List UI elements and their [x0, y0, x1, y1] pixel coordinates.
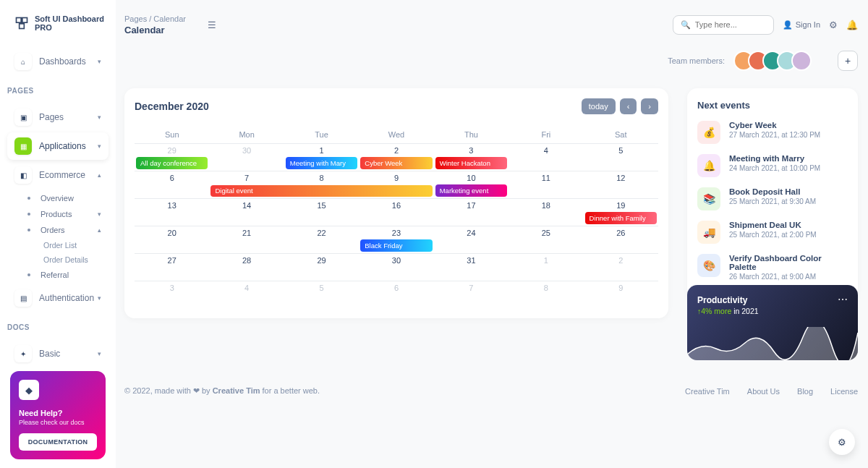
calendar-cell[interactable]: 2Cyber Week — [359, 143, 433, 171]
settings-fab[interactable]: ⚙ — [829, 429, 855, 455]
event-date: 24 March 2021, at 10:00 PM — [729, 164, 848, 172]
chevron-down-icon: ▾ — [98, 294, 101, 302]
calendar-cell[interactable]: 9 — [584, 281, 658, 308]
footer-link[interactable]: Blog — [797, 387, 813, 396]
calendar-cell[interactable]: 11 — [509, 171, 583, 198]
calendar-event[interactable]: Winter Hackaton — [435, 157, 507, 169]
calendar-cell[interactable]: 6 — [135, 171, 209, 198]
event-row[interactable]: 💰 Cyber Week 27 March 2021, at 12:30 PM — [697, 121, 848, 144]
calendar-cell[interactable]: 16 — [359, 198, 433, 226]
next-button[interactable]: › — [641, 98, 658, 114]
calendar-daynum: 1 — [289, 146, 354, 155]
event-date: 25 March 2021, at 9:30 AM — [729, 197, 848, 205]
calendar-cell[interactable]: 2 — [584, 253, 658, 281]
calendar-cell[interactable]: 22 — [284, 226, 359, 253]
calendar-dow: Fri — [509, 126, 583, 143]
calendar-cell[interactable]: 18 — [509, 198, 583, 226]
calendar-cell[interactable]: 28 — [209, 253, 284, 281]
calendar-event[interactable]: Dinner with Family — [585, 212, 657, 224]
today-button[interactable]: today — [582, 98, 616, 114]
sidebar-item-pages[interactable]: ▣ Pages ▾ — [7, 103, 109, 131]
calendar-cell[interactable]: 5 — [584, 143, 658, 171]
notifications-icon[interactable]: 🔔 — [846, 20, 858, 30]
footer-author-link[interactable]: Creative Tim — [213, 386, 260, 395]
calendar-cell[interactable]: 30 — [359, 253, 433, 281]
sidebar-item-ecommerce[interactable]: ◧ Ecommerce ▴ — [7, 161, 109, 189]
more-options-icon[interactable]: ⋯ — [838, 294, 848, 305]
calendar-cell[interactable]: 4 — [209, 281, 284, 308]
calendar-event[interactable]: Meeting with Mary — [286, 157, 357, 169]
calendar-cell[interactable]: 15 — [284, 198, 359, 226]
shop-icon: ⌂ — [14, 53, 32, 70]
event-name: Book Deposit Hall — [729, 187, 848, 196]
calendar-event[interactable]: Digital event — [210, 185, 432, 197]
calendar-cell[interactable]: 29 — [284, 253, 359, 281]
search-field[interactable] — [695, 20, 766, 29]
menu-toggle-icon[interactable]: ☰ — [208, 20, 216, 30]
settings-icon[interactable]: ⚙ — [829, 20, 838, 30]
sidebar: Soft UI Dashboard PRO ⌂ Dashboards ▾ PAG… — [0, 0, 116, 468]
calendar-cell[interactable]: 20 — [135, 226, 209, 253]
sidebar-item-order-list[interactable]: Order List — [20, 238, 109, 252]
footer-link[interactable]: Creative Tim — [685, 387, 730, 396]
calendar-cell[interactable]: 13 — [135, 198, 209, 226]
event-row[interactable]: 🎨 Verify Dashboard Color Palette 26 Marc… — [697, 254, 848, 281]
calendar-cell[interactable]: 23Black Friday — [359, 226, 433, 253]
calendar-daynum: 16 — [363, 201, 429, 210]
calendar-cell[interactable]: 10Marketing event — [434, 171, 509, 198]
calendar-cell[interactable]: 1 — [509, 253, 583, 281]
calendar-cell[interactable]: 25 — [509, 226, 583, 253]
calendar-cell[interactable]: 5 — [284, 281, 359, 308]
documentation-button[interactable]: DOCUMENTATION — [19, 433, 97, 451]
calendar-cell[interactable]: 14 — [209, 198, 284, 226]
calendar-cell[interactable]: 19Dinner with Family — [584, 198, 658, 226]
event-row[interactable]: 📚 Book Deposit Hall 25 March 2021, at 9:… — [697, 187, 848, 210]
avatar[interactable] — [791, 51, 812, 71]
sidebar-item-order-details[interactable]: Order Details — [20, 252, 109, 267]
footer-link[interactable]: About Us — [747, 387, 780, 396]
calendar-event[interactable]: Marketing event — [435, 184, 507, 197]
svg-rect-0 — [17, 18, 22, 23]
calendar-cell[interactable]: 8 — [509, 281, 583, 308]
calendar-cell[interactable]: 21 — [209, 226, 284, 253]
event-icon: 🎨 — [697, 254, 720, 277]
logo[interactable]: Soft UI Dashboard PRO — [0, 9, 116, 43]
calendar-cell[interactable]: 4 — [509, 143, 583, 171]
sidebar-item-authentication[interactable]: ▤ Authentication ▾ — [7, 284, 109, 312]
productivity-card: Productivity ↑4% more in 2021 ⋯ — [687, 285, 858, 360]
chevron-up-icon: ▴ — [98, 171, 101, 179]
sign-in-link[interactable]: 👤Sign In — [783, 20, 820, 30]
calendar-cell[interactable]: 3Winter Hackaton — [434, 143, 509, 171]
sidebar-item-orders[interactable]: Orders▴ — [20, 222, 109, 238]
calendar-event[interactable]: All day conference — [136, 157, 208, 169]
sidebar-item-applications[interactable]: ▦ Applications ▾ — [7, 132, 109, 160]
prev-button[interactable]: ‹ — [620, 98, 637, 114]
calendar-cell[interactable]: 27 — [135, 253, 209, 281]
calendar-cell[interactable]: 1Meeting with Mary — [284, 143, 359, 171]
calendar-cell[interactable]: 17 — [434, 198, 509, 226]
calendar-cell[interactable]: 30 — [209, 143, 284, 171]
calendar-cell[interactable]: 31 — [434, 253, 509, 281]
add-member-button[interactable]: + — [838, 51, 858, 71]
sidebar-item-products[interactable]: Products▾ — [20, 206, 109, 222]
calendar-dow: Sat — [584, 126, 658, 143]
calendar-cell[interactable]: 7 — [434, 281, 509, 308]
calendar-event[interactable]: Black Friday — [360, 239, 432, 252]
sidebar-item-overview[interactable]: Overview — [20, 190, 109, 206]
calendar-cell[interactable]: 24 — [434, 226, 509, 253]
calendar-cell[interactable]: 3 — [135, 281, 209, 308]
calendar-cell[interactable]: 26 — [584, 226, 658, 253]
sidebar-item-dashboards[interactable]: ⌂ Dashboards ▾ — [7, 48, 109, 75]
event-row[interactable]: 🔔 Meeting with Marry 24 March 2021, at 1… — [697, 154, 848, 177]
footer-link[interactable]: License — [830, 387, 858, 396]
search-input[interactable]: 🔍 — [673, 15, 774, 35]
event-row[interactable]: 🚚 Shipment Deal UK 25 March 2021, at 2:0… — [697, 221, 848, 244]
calendar-cell[interactable]: 12 — [584, 171, 658, 198]
calendar-event[interactable]: Cyber Week — [360, 157, 432, 169]
calendar-cell[interactable]: 6 — [359, 281, 433, 308]
calendar-cell[interactable]: 29All day conference — [135, 143, 209, 171]
breadcrumb-path[interactable]: Pages / Calendar — [124, 14, 186, 23]
calendar-daynum: 17 — [438, 201, 504, 210]
sidebar-item-referral[interactable]: Referral — [20, 267, 109, 283]
sidebar-item-basic[interactable]: ✦ Basic ▾ — [7, 340, 109, 367]
